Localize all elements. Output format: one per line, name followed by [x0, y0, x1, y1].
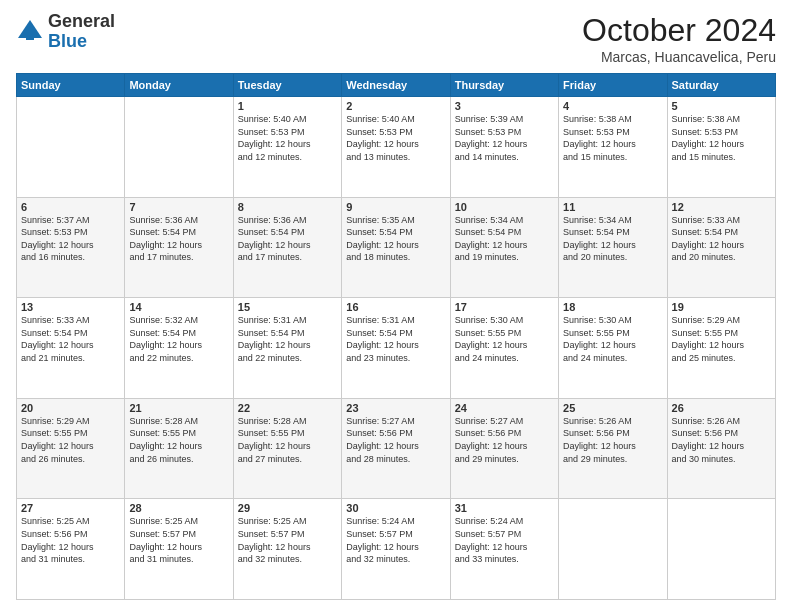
cell-info: Sunrise: 5:29 AM Sunset: 5:55 PM Dayligh… [21, 415, 120, 465]
cell-date: 4 [563, 100, 662, 112]
cell-info: Sunrise: 5:29 AM Sunset: 5:55 PM Dayligh… [672, 314, 771, 364]
table-cell [125, 97, 233, 198]
cell-info: Sunrise: 5:28 AM Sunset: 5:55 PM Dayligh… [129, 415, 228, 465]
cell-date: 29 [238, 502, 337, 514]
title-block: October 2024 Marcas, Huancavelica, Peru [582, 12, 776, 65]
cell-info: Sunrise: 5:40 AM Sunset: 5:53 PM Dayligh… [346, 113, 445, 163]
cell-date: 30 [346, 502, 445, 514]
cell-date: 21 [129, 402, 228, 414]
cell-date: 1 [238, 100, 337, 112]
col-tuesday: Tuesday [233, 74, 341, 97]
table-cell: 10Sunrise: 5:34 AM Sunset: 5:54 PM Dayli… [450, 197, 558, 298]
cell-date: 20 [21, 402, 120, 414]
table-cell: 3Sunrise: 5:39 AM Sunset: 5:53 PM Daylig… [450, 97, 558, 198]
table-cell: 7Sunrise: 5:36 AM Sunset: 5:54 PM Daylig… [125, 197, 233, 298]
table-cell: 25Sunrise: 5:26 AM Sunset: 5:56 PM Dayli… [559, 398, 667, 499]
cell-info: Sunrise: 5:31 AM Sunset: 5:54 PM Dayligh… [346, 314, 445, 364]
location-title: Marcas, Huancavelica, Peru [582, 49, 776, 65]
cell-info: Sunrise: 5:38 AM Sunset: 5:53 PM Dayligh… [563, 113, 662, 163]
cell-info: Sunrise: 5:25 AM Sunset: 5:57 PM Dayligh… [129, 515, 228, 565]
header: General Blue October 2024 Marcas, Huanca… [16, 12, 776, 65]
cell-date: 18 [563, 301, 662, 313]
table-cell: 20Sunrise: 5:29 AM Sunset: 5:55 PM Dayli… [17, 398, 125, 499]
cell-info: Sunrise: 5:37 AM Sunset: 5:53 PM Dayligh… [21, 214, 120, 264]
cell-date: 16 [346, 301, 445, 313]
table-row: 27Sunrise: 5:25 AM Sunset: 5:56 PM Dayli… [17, 499, 776, 600]
table-cell: 19Sunrise: 5:29 AM Sunset: 5:55 PM Dayli… [667, 298, 775, 399]
cell-info: Sunrise: 5:27 AM Sunset: 5:56 PM Dayligh… [455, 415, 554, 465]
cell-date: 2 [346, 100, 445, 112]
table-cell: 22Sunrise: 5:28 AM Sunset: 5:55 PM Dayli… [233, 398, 341, 499]
cell-info: Sunrise: 5:33 AM Sunset: 5:54 PM Dayligh… [21, 314, 120, 364]
cell-date: 19 [672, 301, 771, 313]
month-title: October 2024 [582, 12, 776, 49]
table-cell: 17Sunrise: 5:30 AM Sunset: 5:55 PM Dayli… [450, 298, 558, 399]
logo: General Blue [16, 12, 115, 52]
cell-date: 6 [21, 201, 120, 213]
logo-general: General [48, 11, 115, 31]
cell-info: Sunrise: 5:38 AM Sunset: 5:53 PM Dayligh… [672, 113, 771, 163]
cell-info: Sunrise: 5:33 AM Sunset: 5:54 PM Dayligh… [672, 214, 771, 264]
header-row: Sunday Monday Tuesday Wednesday Thursday… [17, 74, 776, 97]
table-cell: 24Sunrise: 5:27 AM Sunset: 5:56 PM Dayli… [450, 398, 558, 499]
cell-date: 25 [563, 402, 662, 414]
table-cell [667, 499, 775, 600]
col-friday: Friday [559, 74, 667, 97]
table-cell: 9Sunrise: 5:35 AM Sunset: 5:54 PM Daylig… [342, 197, 450, 298]
table-cell: 18Sunrise: 5:30 AM Sunset: 5:55 PM Dayli… [559, 298, 667, 399]
cell-info: Sunrise: 5:25 AM Sunset: 5:57 PM Dayligh… [238, 515, 337, 565]
cell-info: Sunrise: 5:35 AM Sunset: 5:54 PM Dayligh… [346, 214, 445, 264]
cell-info: Sunrise: 5:36 AM Sunset: 5:54 PM Dayligh… [129, 214, 228, 264]
table-cell: 31Sunrise: 5:24 AM Sunset: 5:57 PM Dayli… [450, 499, 558, 600]
cell-info: Sunrise: 5:24 AM Sunset: 5:57 PM Dayligh… [346, 515, 445, 565]
table-cell: 15Sunrise: 5:31 AM Sunset: 5:54 PM Dayli… [233, 298, 341, 399]
cell-date: 8 [238, 201, 337, 213]
table-cell: 8Sunrise: 5:36 AM Sunset: 5:54 PM Daylig… [233, 197, 341, 298]
cell-info: Sunrise: 5:39 AM Sunset: 5:53 PM Dayligh… [455, 113, 554, 163]
cell-date: 26 [672, 402, 771, 414]
cell-info: Sunrise: 5:30 AM Sunset: 5:55 PM Dayligh… [455, 314, 554, 364]
cell-date: 28 [129, 502, 228, 514]
col-monday: Monday [125, 74, 233, 97]
table-cell: 27Sunrise: 5:25 AM Sunset: 5:56 PM Dayli… [17, 499, 125, 600]
table-cell: 13Sunrise: 5:33 AM Sunset: 5:54 PM Dayli… [17, 298, 125, 399]
table-cell: 1Sunrise: 5:40 AM Sunset: 5:53 PM Daylig… [233, 97, 341, 198]
table-cell: 21Sunrise: 5:28 AM Sunset: 5:55 PM Dayli… [125, 398, 233, 499]
table-cell: 28Sunrise: 5:25 AM Sunset: 5:57 PM Dayli… [125, 499, 233, 600]
cell-info: Sunrise: 5:32 AM Sunset: 5:54 PM Dayligh… [129, 314, 228, 364]
table-cell: 29Sunrise: 5:25 AM Sunset: 5:57 PM Dayli… [233, 499, 341, 600]
cell-info: Sunrise: 5:34 AM Sunset: 5:54 PM Dayligh… [455, 214, 554, 264]
svg-rect-1 [26, 36, 34, 40]
table-row: 6Sunrise: 5:37 AM Sunset: 5:53 PM Daylig… [17, 197, 776, 298]
cell-date: 7 [129, 201, 228, 213]
cell-date: 14 [129, 301, 228, 313]
table-cell: 14Sunrise: 5:32 AM Sunset: 5:54 PM Dayli… [125, 298, 233, 399]
cell-date: 15 [238, 301, 337, 313]
cell-info: Sunrise: 5:25 AM Sunset: 5:56 PM Dayligh… [21, 515, 120, 565]
table-cell: 12Sunrise: 5:33 AM Sunset: 5:54 PM Dayli… [667, 197, 775, 298]
table-row: 13Sunrise: 5:33 AM Sunset: 5:54 PM Dayli… [17, 298, 776, 399]
table-cell: 16Sunrise: 5:31 AM Sunset: 5:54 PM Dayli… [342, 298, 450, 399]
cell-date: 5 [672, 100, 771, 112]
cell-date: 12 [672, 201, 771, 213]
page: General Blue October 2024 Marcas, Huanca… [0, 0, 792, 612]
table-cell: 2Sunrise: 5:40 AM Sunset: 5:53 PM Daylig… [342, 97, 450, 198]
table-row: 1Sunrise: 5:40 AM Sunset: 5:53 PM Daylig… [17, 97, 776, 198]
table-cell: 11Sunrise: 5:34 AM Sunset: 5:54 PM Dayli… [559, 197, 667, 298]
cell-date: 17 [455, 301, 554, 313]
cell-info: Sunrise: 5:26 AM Sunset: 5:56 PM Dayligh… [672, 415, 771, 465]
cell-info: Sunrise: 5:34 AM Sunset: 5:54 PM Dayligh… [563, 214, 662, 264]
cell-date: 27 [21, 502, 120, 514]
table-row: 20Sunrise: 5:29 AM Sunset: 5:55 PM Dayli… [17, 398, 776, 499]
cell-date: 11 [563, 201, 662, 213]
svg-marker-0 [18, 20, 42, 38]
cell-date: 3 [455, 100, 554, 112]
table-cell: 30Sunrise: 5:24 AM Sunset: 5:57 PM Dayli… [342, 499, 450, 600]
cell-info: Sunrise: 5:30 AM Sunset: 5:55 PM Dayligh… [563, 314, 662, 364]
cell-date: 9 [346, 201, 445, 213]
table-cell [17, 97, 125, 198]
cell-date: 10 [455, 201, 554, 213]
table-cell: 5Sunrise: 5:38 AM Sunset: 5:53 PM Daylig… [667, 97, 775, 198]
logo-blue: Blue [48, 31, 87, 51]
table-cell: 6Sunrise: 5:37 AM Sunset: 5:53 PM Daylig… [17, 197, 125, 298]
